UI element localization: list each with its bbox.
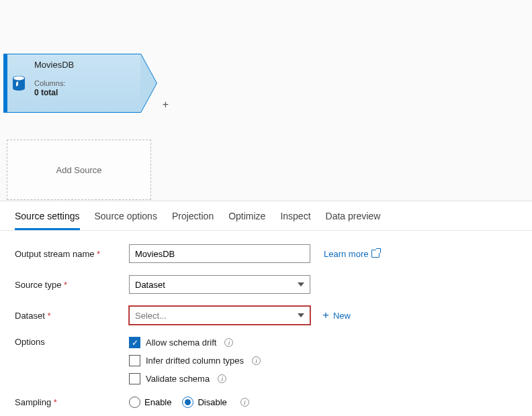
validate-schema-checkbox[interactable]: Validate schema [129,373,261,384]
chevron-down-icon [298,313,304,317]
tab-source-settings[interactable]: Source settings [15,211,80,230]
allow-schema-drift-checkbox[interactable]: Allow schema drift [129,337,261,348]
node-body: MoviesDB Columns: 0 total [30,54,140,112]
source-type-value: Dataset [135,280,165,290]
node-title: MoviesDB [34,60,136,70]
chevron-down-icon [298,282,304,287]
options-label: Options [15,337,129,347]
add-step-button[interactable]: + [163,99,169,111]
validate-schema-text: Validate schema [146,374,210,384]
info-icon[interactable] [218,374,226,383]
database-icon [7,54,30,112]
tab-source-options[interactable]: Source options [95,211,157,230]
radio-icon [129,397,140,408]
add-source-button[interactable]: Add Source [7,140,151,200]
columns-label: Columns: [34,79,65,87]
columns-value: 0 total [34,88,58,97]
dataset-label: Dataset [15,311,129,321]
learn-more-link[interactable]: Learn more [324,249,380,259]
infer-types-text: Infer drifted column types [146,356,244,366]
checkbox-icon [129,355,140,366]
infer-drifted-types-checkbox[interactable]: Infer drifted column types [129,355,261,366]
external-link-icon [371,250,380,258]
dataset-select[interactable]: Select... [129,306,310,325]
tab-optimize[interactable]: Optimize [228,211,265,230]
svg-point-0 [13,76,24,81]
tab-data-preview[interactable]: Data preview [326,211,381,230]
learn-more-text: Learn more [324,249,368,259]
output-stream-label: Output stream name [15,249,129,259]
tabs-bar: Source settings Source options Projectio… [0,201,532,231]
dataset-placeholder: Select... [135,311,167,321]
source-node-moviesdb[interactable]: MoviesDB Columns: 0 total + [7,54,141,113]
new-dataset-button[interactable]: + New [322,309,351,322]
radio-selected-icon [182,397,193,408]
tab-projection[interactable]: Projection [172,211,214,230]
dataflow-canvas[interactable]: MoviesDB Columns: 0 total + Add Source [0,0,532,201]
checkbox-icon [129,373,140,384]
checkbox-checked-icon [129,337,140,348]
sampling-label: Sampling [15,397,129,407]
output-stream-input[interactable] [129,244,310,263]
sampling-enable-radio[interactable]: Enable [129,397,171,408]
disable-text: Disable [197,397,226,407]
new-label: New [333,311,351,321]
sampling-disable-radio[interactable]: Disable [182,397,226,408]
info-icon[interactable] [252,356,261,365]
info-icon[interactable] [240,398,249,407]
plus-icon: + [322,309,329,322]
tab-inspect[interactable]: Inspect [280,211,310,230]
source-settings-panel: Output stream name Learn more Source typ… [0,231,532,416]
add-source-label: Add Source [56,165,102,175]
node-columns: Columns: 0 total [34,79,136,98]
source-type-label: Source type [15,280,129,290]
info-icon[interactable] [224,338,233,347]
allow-drift-text: Allow schema drift [146,337,216,348]
enable-text: Enable [144,397,171,407]
source-type-select[interactable]: Dataset [129,275,310,294]
